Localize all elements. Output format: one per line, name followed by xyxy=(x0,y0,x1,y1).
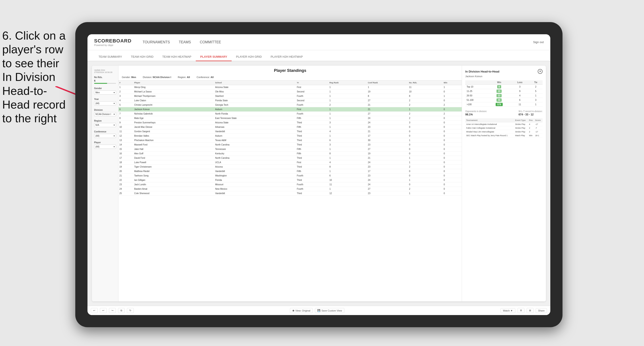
export-button[interactable]: ⬆ xyxy=(518,308,524,313)
tab-team-h2h-heatmap[interactable]: TEAM H2H HEATMAP xyxy=(158,53,196,61)
tab-player-h2h-heatmap[interactable]: PLAYER H2H HEATMAP xyxy=(266,53,307,61)
nav-committee[interactable]: COMMITTEE xyxy=(200,39,221,45)
table-row[interactable]: 5 Christo Lamprecht Georgia Tech Fourth … xyxy=(118,103,462,107)
player-value[interactable]: (All) ▾ xyxy=(94,145,116,149)
cell-win: 2 xyxy=(443,112,462,116)
col-no-rds: No. Rds. xyxy=(408,80,443,85)
save-icon: 💾 xyxy=(317,309,320,312)
cell-reg-rank: 1 xyxy=(328,147,367,152)
cell-win: 0 xyxy=(443,143,462,147)
table-row[interactable]: 3 Michael Thorbjornsen Stanford Fourth 1… xyxy=(118,94,462,98)
cell-school: Missouri xyxy=(214,182,296,187)
cell-yr: Fifth xyxy=(296,125,328,129)
division-value[interactable]: NCAA Division I ▾ xyxy=(94,112,116,116)
cell-school: North Florida xyxy=(214,112,296,116)
h2h-loss: 6 xyxy=(511,98,529,102)
table-row[interactable]: 7 Nicholas Gabrelcik North Florida Fourt… xyxy=(118,112,462,116)
conference-value[interactable]: (All) ▾ xyxy=(94,134,116,138)
tab-player-summary[interactable]: PLAYER SUMMARY xyxy=(196,53,232,61)
table-row[interactable]: 23 Jack Lundin Missouri Fourth 11 24 0 0 xyxy=(118,182,462,187)
table-row[interactable]: 12 Brendan Valles Auburn Third 1 17 0 0 xyxy=(118,134,462,138)
table-row[interactable]: 20 Matthew Riedel Vanderbilt Fifth 1 17 … xyxy=(118,169,462,173)
cell-no-rds: 10 xyxy=(408,90,443,94)
eye-icon: ◉ xyxy=(292,309,294,312)
cell-reg-rank: 1 xyxy=(328,187,367,191)
table-row[interactable]: 16 Alex Goff Kentucky Fifth 8 19 0 0 xyxy=(118,152,462,156)
tournament-row: Amer Ari Intercollegiate Invitational St… xyxy=(465,123,542,126)
wlt-record: 674 - 33 - 12 xyxy=(518,113,542,116)
cell-player: Maxwell Ford xyxy=(133,143,214,147)
t-pos: 2 xyxy=(528,130,534,134)
player-label: Player xyxy=(94,141,116,144)
region-value[interactable]: N/A ▾ xyxy=(94,123,116,127)
table-row[interactable]: 1 Wenyi Ding Arizona State First 1 1 11 … xyxy=(118,85,462,90)
cell-rank: 6 xyxy=(118,107,133,112)
cell-yr: Fifth xyxy=(296,116,328,121)
gender-value[interactable]: Men ▾ xyxy=(94,90,116,95)
cell-yr: Fourth xyxy=(296,182,328,187)
copy-button[interactable]: ⧉ xyxy=(118,308,125,313)
table-row[interactable]: 14 Maxwell Ford North Carolina Third 3 2… xyxy=(118,143,462,147)
cell-no-rds: 0 xyxy=(408,129,443,134)
undo-button2[interactable]: ↩ xyxy=(100,308,107,313)
cell-win: 0 xyxy=(443,169,462,173)
redo-button[interactable]: ↪ xyxy=(109,308,116,313)
cell-reg-rank: 12 xyxy=(328,191,367,196)
tab-team-h2h-grid[interactable]: TEAM H2H GRID xyxy=(126,53,158,61)
h2h-close-button[interactable]: ✕ xyxy=(538,69,542,74)
cell-school: Texas A&M xyxy=(214,138,296,143)
cell-reg-rank: 1 xyxy=(328,116,367,121)
table-row[interactable]: 21 Taehoon Song Washington Fourth 6 23 0… xyxy=(118,173,462,178)
logo-text: SCOREBOARD xyxy=(94,38,132,44)
t-type: Stroke Play xyxy=(514,130,528,134)
table-row[interactable]: 4 Luke Claton Florida State Second 1 27 … xyxy=(118,98,462,103)
cell-rank: 12 xyxy=(118,134,133,138)
tab-team-summary[interactable]: TEAM SUMMARY xyxy=(94,53,126,61)
table-row[interactable]: 17 David Ford North Carolina Third 1 21 … xyxy=(118,156,462,160)
save-custom-button[interactable]: 💾 Save Custom View xyxy=(315,308,344,313)
view-original-button[interactable]: ◉ View: Original xyxy=(290,308,313,313)
table-row[interactable]: 8 Mats Ege East Tennessee State Fifth 1 … xyxy=(118,116,462,121)
cell-school: Auburn xyxy=(214,134,296,138)
table-row[interactable]: 18 Luke Powell UCLA First 4 24 1 0 xyxy=(118,160,462,165)
cell-yr: Third xyxy=(296,191,328,196)
table-row[interactable]: 22 Ian Gilligan Florida Third 10 24 1 0 xyxy=(118,178,462,182)
t-pos: Win xyxy=(528,134,534,138)
cell-player: Jake Hall xyxy=(133,147,214,152)
filter-sidebar: Update time: 27/03/2024 16:56:26 No Rds.… xyxy=(92,66,118,301)
table-row[interactable]: 9 Preston Summerhays Arizona State Third… xyxy=(118,121,462,125)
table-row[interactable]: 24 Bastien Amat New Mexico Fourth 1 27 2… xyxy=(118,187,462,191)
h2h-win: 22 xyxy=(488,94,511,98)
cell-reg-rank: 6 xyxy=(328,138,367,143)
h2h-header: In Division Head-to-Head ✕ xyxy=(465,69,542,74)
cell-reg-rank: 10 xyxy=(328,178,367,182)
nav-teams[interactable]: TEAMS xyxy=(179,39,191,45)
share-button[interactable]: Share xyxy=(536,308,547,313)
table-row[interactable]: 11 Gordon Sargent Vanderbilt Third 4 21 … xyxy=(118,129,462,134)
cell-player: Jackson Koivun xyxy=(133,107,214,112)
year-value[interactable]: (All) ▾ xyxy=(94,101,116,105)
sign-out-link[interactable]: Sign out xyxy=(533,40,544,44)
refresh-button[interactable]: ↻ xyxy=(127,308,134,313)
watch-button[interactable]: Watch ▼ xyxy=(500,308,515,313)
table-row[interactable]: 2 Michael La Sasso Ole Miss Second 1 19 … xyxy=(118,90,462,94)
table-row[interactable]: 15 Jake Hall Tennessee Fifth 1 27 0 0 xyxy=(118,147,462,152)
table-row[interactable]: 13 Phichakon Maichon Texas A&M Third 6 3… xyxy=(118,138,462,143)
cell-yr: Third xyxy=(296,138,328,143)
col-school: School xyxy=(214,80,296,85)
tab-player-h2h-grid[interactable]: PLAYER H2H GRID xyxy=(232,53,266,61)
cell-school: Ole Miss xyxy=(214,90,296,94)
t-name: Fallon Oak Collegiate Invitational xyxy=(465,126,514,130)
t-pos: 4 xyxy=(528,123,534,126)
table-row[interactable]: 6 Jackson Koivun Auburn First 1 21 1 0 xyxy=(118,107,462,112)
table-row[interactable]: 10 Jacob Mac Diesse Arkansas Fifth 1 23 … xyxy=(118,125,462,129)
cell-rank: 20 xyxy=(118,169,133,173)
undo-button[interactable]: ↩ xyxy=(91,308,98,313)
table-row[interactable]: 25 Cole Sherwood Vanderbilt Third 12 23 … xyxy=(118,191,462,196)
cell-school: Arizona State xyxy=(214,85,296,90)
table-row[interactable]: 19 Tiger Christensen Arizona Third 8 23 … xyxy=(118,165,462,169)
tournament-row: SEC Match Play hosted by Jerry Pate Roun… xyxy=(465,134,542,138)
grid-button[interactable]: ⊞ xyxy=(527,308,534,313)
nav-tournaments[interactable]: TOURNAMENTS xyxy=(142,39,170,45)
h2h-col-label xyxy=(465,80,488,85)
